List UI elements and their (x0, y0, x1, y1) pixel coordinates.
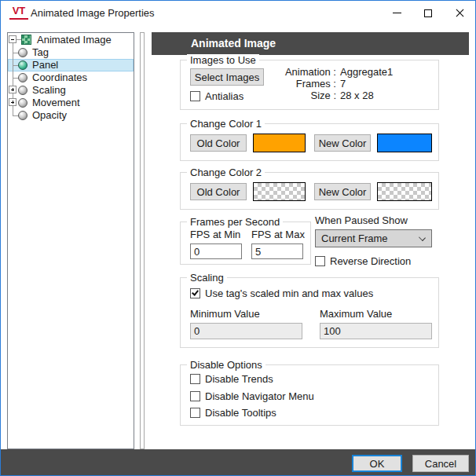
tree-item-panel[interactable]: Panel (32, 59, 58, 71)
maximum-value-label: Maximum Value (320, 308, 392, 320)
opacity-sphere-icon (18, 111, 27, 120)
frames-per-second-legend: Frames per Second (187, 216, 283, 228)
tree-item-opacity[interactable]: Opacity (32, 109, 67, 122)
fps-at-min-label: FPS at Min (190, 229, 240, 241)
animation-value: Aggregate1 (336, 66, 393, 78)
animation-info: Animation :Aggregate1 Frames :7 Size :28… (269, 66, 434, 101)
minimum-value-label: Minimum Value (190, 308, 260, 320)
disable-trends-checkbox[interactable] (190, 374, 200, 384)
disable-trends-label: Disable Trends (205, 373, 273, 386)
frames-value: 7 (336, 78, 346, 90)
footer-bar: OK Cancel (1, 449, 475, 475)
app-logo-icon: VT (9, 5, 28, 20)
use-tag-scaled-label: Use tag's scaled min and max values (205, 287, 373, 300)
disable-options-group: Disable Options Disable Trends Disable N… (180, 364, 439, 426)
fps-at-max-input[interactable] (251, 243, 303, 259)
scaling-legend: Scaling (187, 272, 227, 284)
property-tree: Animated Image Tag Panel Coordinates Sca… (7, 32, 134, 449)
reverse-direction-label: Reverse Direction (330, 255, 411, 268)
chevron-down-icon (419, 234, 426, 241)
new-color-1-button[interactable]: New Color (314, 134, 371, 152)
disable-tooltips-label: Disable Tooltips (205, 407, 276, 419)
movement-sphere-icon (18, 98, 27, 108)
size-label: Size : (269, 90, 336, 101)
new-color-2-button[interactable]: New Color (314, 183, 371, 200)
panel-title: Animated Image (152, 32, 469, 55)
when-paused-show-label: When Paused Show (315, 214, 408, 227)
disable-navigator-menu-label: Disable Navigator Menu (205, 390, 314, 403)
disable-navigator-menu-checkbox[interactable] (190, 391, 200, 401)
frames-label: Frames : (269, 78, 336, 90)
tree-item-coordinates[interactable]: Coordinates (32, 71, 87, 84)
panel-sphere-icon (18, 60, 27, 70)
cancel-button[interactable]: Cancel (412, 455, 469, 472)
when-paused-selected-value: Current Frame (321, 233, 388, 244)
scaling-sphere-icon (18, 86, 27, 95)
tree-scaling-expander-icon[interactable] (9, 86, 16, 93)
title-bar: VT Animated Image Properties (1, 1, 475, 25)
reverse-direction-checkbox[interactable] (315, 256, 325, 266)
maximum-value-input (320, 323, 432, 339)
images-to-use-legend: Images to Use (187, 54, 259, 66)
antialias-checkbox[interactable] (190, 91, 200, 101)
tree-item-movement[interactable]: Movement (32, 97, 80, 109)
new-color-2-swatch[interactable] (377, 182, 432, 201)
disable-tooltips-checkbox[interactable] (190, 408, 200, 418)
animation-label: Animation : (269, 66, 336, 78)
tree-movement-expander-icon[interactable] (9, 98, 16, 106)
tag-sphere-icon (18, 48, 27, 57)
tree-root-expander-icon[interactable] (9, 35, 16, 43)
old-color-1-swatch[interactable] (253, 134, 306, 152)
ok-button[interactable]: OK (352, 455, 402, 472)
coordinates-sphere-icon (18, 73, 27, 82)
use-tag-scaled-checkbox[interactable] (190, 288, 200, 298)
when-paused-dropdown[interactable]: Current Frame (315, 229, 432, 247)
old-color-1-button[interactable]: Old Color (190, 134, 247, 152)
animated-image-icon (21, 35, 31, 45)
images-to-use-group: Images to Use Select Images Animation :A… (180, 60, 439, 110)
change-color-2-group: Change Color 2 Old Color New Color (180, 172, 439, 210)
dialog-window: VT Animated Image Properties Animated Im… (0, 0, 476, 476)
tree-item-scaling[interactable]: Scaling (32, 84, 66, 97)
minimize-button[interactable] (381, 1, 412, 25)
minimize-icon (393, 13, 401, 13)
scaling-group: Scaling Use tag's scaled min and max val… (180, 277, 439, 348)
maximize-button[interactable] (412, 1, 444, 25)
frames-per-second-group: Frames per Second FPS at Min FPS at Max (180, 222, 311, 265)
old-color-2-swatch[interactable] (253, 182, 306, 201)
old-color-2-button[interactable]: Old Color (190, 183, 247, 200)
fps-at-min-input[interactable] (190, 243, 242, 259)
minimum-value-input (190, 323, 302, 339)
new-color-1-swatch[interactable] (377, 134, 432, 152)
change-color-1-legend: Change Color 1 (187, 118, 265, 130)
close-button[interactable] (444, 1, 475, 25)
size-value: 28 x 28 (336, 90, 374, 101)
select-images-button[interactable]: Select Images (190, 68, 264, 86)
tree-item-animated-image[interactable]: Animated Image (37, 34, 112, 46)
close-icon (455, 8, 465, 18)
maximize-icon (424, 9, 432, 17)
fps-at-max-label: FPS at Max (251, 229, 305, 241)
window-title: Animated Image Properties (31, 1, 155, 25)
tree-item-tag[interactable]: Tag (32, 46, 49, 59)
disable-options-legend: Disable Options (187, 359, 265, 371)
antialias-label: Antialias (205, 90, 243, 103)
change-color-2-legend: Change Color 2 (187, 167, 265, 178)
change-color-1-group: Change Color 1 Old Color New Color (180, 123, 439, 161)
tree-panel-splitter[interactable] (140, 32, 145, 449)
